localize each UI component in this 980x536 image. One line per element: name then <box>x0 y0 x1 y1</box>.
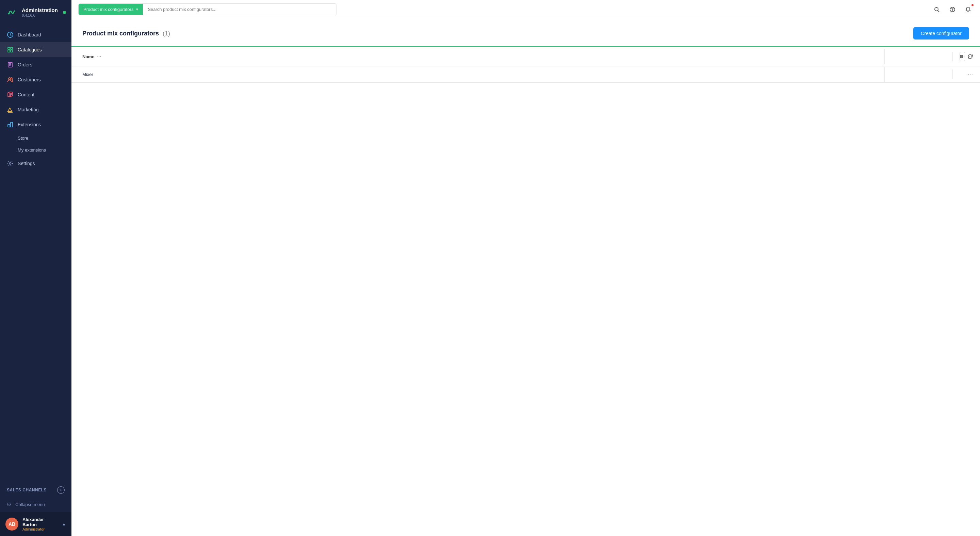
sales-channels-header: Sales Channels + <box>7 486 65 494</box>
sidebar-item-content-label: Content <box>18 92 34 97</box>
svg-rect-28 <box>962 55 963 58</box>
table-header-name: Name ··· <box>72 49 885 64</box>
extensions-icon <box>7 121 14 128</box>
customers-icon <box>7 76 14 83</box>
sidebar-item-settings[interactable]: Settings <box>0 156 72 171</box>
sidebar-item-my-extensions[interactable]: My extensions <box>0 144 72 156</box>
page-content: Product mix configurators (1) Create con… <box>72 19 980 536</box>
svg-rect-21 <box>11 122 13 127</box>
sidebar: Administration 6.4.16.0 Dashboard <box>0 0 72 536</box>
sidebar-item-customers-label: Customers <box>18 77 41 82</box>
sales-channels-label: Sales Channels <box>7 488 47 492</box>
sidebar-item-marketing[interactable]: Marketing <box>0 102 72 117</box>
search-input[interactable] <box>143 4 337 15</box>
svg-rect-6 <box>11 50 13 52</box>
user-info: Alexander Barton Administrator <box>22 517 58 531</box>
sidebar-item-orders[interactable]: Orders <box>0 57 72 72</box>
columns-icon <box>960 54 964 59</box>
dashboard-icon <box>7 31 14 38</box>
marketing-icon <box>7 106 14 113</box>
help-button[interactable] <box>947 5 958 14</box>
sidebar-item-content[interactable]: Content <box>0 87 72 102</box>
svg-point-22 <box>10 163 11 164</box>
search-category-chevron-icon: ▾ <box>136 7 138 11</box>
svg-rect-4 <box>11 47 13 49</box>
refresh-icon <box>968 54 973 59</box>
settings-icon <box>7 160 14 167</box>
svg-rect-27 <box>960 55 962 58</box>
page-header: Product mix configurators (1) Create con… <box>72 19 980 46</box>
refresh-button[interactable] <box>968 52 973 61</box>
svg-point-26 <box>952 11 953 11</box>
sidebar-item-extensions-label: Extensions <box>18 122 41 128</box>
table-row[interactable]: Mixer ··· <box>72 66 980 82</box>
search-button[interactable] <box>932 5 942 14</box>
sidebar-item-marketing-label: Marketing <box>18 107 38 112</box>
app-title-block: Administration 6.4.16.0 <box>22 7 58 18</box>
table-column-name-label: Name <box>82 54 94 59</box>
svg-rect-5 <box>8 50 10 52</box>
svg-marker-18 <box>8 108 12 112</box>
main-content: Product mix configurators ▾ <box>72 0 980 536</box>
search-container: Product mix configurators ▾ <box>78 3 337 15</box>
row-actions-button[interactable]: ··· <box>968 71 973 77</box>
table-cell-col2 <box>885 69 953 79</box>
search-icon <box>934 7 940 12</box>
table-cell-actions: ··· <box>953 66 980 82</box>
sidebar-item-catalogues-label: Catalogues <box>18 47 42 53</box>
page-title-text: Product mix configurators <box>82 30 159 37</box>
user-section[interactable]: AB Alexander Barton Administrator ▲ <box>0 512 72 536</box>
svg-point-23 <box>935 8 938 11</box>
topbar-actions <box>932 5 973 14</box>
sidebar-item-store[interactable]: Store <box>0 132 72 144</box>
sidebar-item-customers[interactable]: Customers <box>0 72 72 87</box>
topbar: Product mix configurators ▾ <box>72 0 980 19</box>
app-version: 6.4.16.0 <box>22 13 58 18</box>
table: Name ··· <box>72 46 980 83</box>
collapse-menu-label: Collapse menu <box>15 502 45 507</box>
table-header-row: Name ··· <box>72 47 980 66</box>
row-name-value: Mixer <box>82 72 93 77</box>
svg-point-12 <box>11 78 12 79</box>
svg-point-11 <box>8 78 11 80</box>
sidebar-header: Administration 6.4.16.0 <box>0 0 72 24</box>
table-column-name-options[interactable]: ··· <box>97 54 101 59</box>
app-name: Administration <box>22 7 58 13</box>
sidebar-item-dashboard[interactable]: Dashboard <box>0 27 72 42</box>
sidebar-item-extensions[interactable]: Extensions <box>0 117 72 132</box>
column-options-button[interactable] <box>959 52 965 61</box>
bell-icon <box>966 7 971 12</box>
sidebar-item-catalogues[interactable]: Catalogues <box>0 42 72 57</box>
collapse-menu-icon: ⊙ <box>7 501 11 507</box>
notification-badge <box>971 4 974 6</box>
svg-rect-29 <box>964 55 964 58</box>
avatar: AB <box>5 518 18 531</box>
help-icon <box>950 7 955 12</box>
table-cell-name: Mixer <box>72 67 885 82</box>
search-category-label: Product mix configurators <box>83 7 134 12</box>
table-header-col2 <box>885 52 953 61</box>
create-configurator-button[interactable]: Create configurator <box>913 27 969 40</box>
sidebar-item-settings-label: Settings <box>18 161 35 166</box>
page-title-count: (1) <box>163 30 170 37</box>
notifications-button[interactable] <box>963 5 973 14</box>
collapse-menu-button[interactable]: ⊙ Collapse menu <box>0 496 72 512</box>
sidebar-nav: Dashboard Catalogues <box>0 24 72 481</box>
add-channel-button[interactable]: + <box>57 486 65 494</box>
orders-icon <box>7 61 14 68</box>
user-name: Alexander Barton <box>22 517 58 527</box>
status-indicator <box>63 11 66 14</box>
sidebar-item-store-label: Store <box>18 136 28 140</box>
app-logo <box>5 6 18 18</box>
catalogues-icon <box>7 46 14 53</box>
search-category-button[interactable]: Product mix configurators ▾ <box>79 4 143 15</box>
chevron-up-icon: ▲ <box>62 522 66 526</box>
svg-rect-3 <box>8 47 10 49</box>
table-header-actions <box>953 47 980 66</box>
svg-line-24 <box>938 11 939 12</box>
page-title: Product mix configurators (1) <box>82 30 170 37</box>
sidebar-item-orders-label: Orders <box>18 62 32 67</box>
sidebar-item-my-extensions-label: My extensions <box>18 147 46 153</box>
svg-point-1 <box>8 13 10 14</box>
svg-rect-20 <box>8 124 10 127</box>
